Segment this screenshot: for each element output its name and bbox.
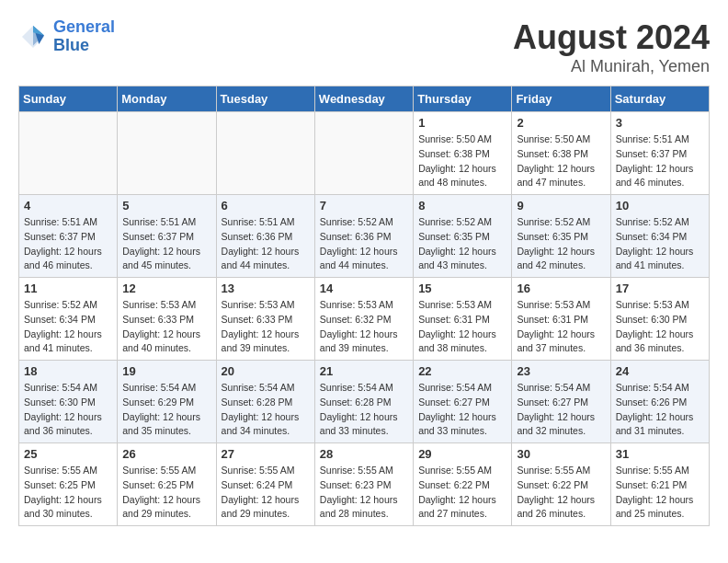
day-info: Sunrise: 5:52 AM Sunset: 6:34 PM Dayligh…: [616, 215, 704, 273]
title-area: August 2024 Al Munirah, Yemen: [513, 18, 710, 76]
day-number: 28: [320, 447, 408, 461]
day-info: Sunrise: 5:53 AM Sunset: 6:33 PM Dayligh…: [222, 298, 310, 356]
calendar-cell: 31Sunrise: 5:55 AM Sunset: 6:21 PM Dayli…: [610, 443, 709, 526]
calendar-cell: 11Sunrise: 5:52 AM Sunset: 6:34 PM Dayli…: [19, 278, 118, 361]
calendar-cell: 12Sunrise: 5:53 AM Sunset: 6:33 PM Dayli…: [118, 278, 216, 361]
day-info: Sunrise: 5:55 AM Sunset: 6:22 PM Dayligh…: [418, 464, 506, 522]
calendar-cell: 1Sunrise: 5:50 AM Sunset: 6:38 PM Daylig…: [414, 112, 512, 195]
calendar-cell: 3Sunrise: 5:51 AM Sunset: 6:37 PM Daylig…: [610, 112, 709, 195]
calendar-cell: 9Sunrise: 5:52 AM Sunset: 6:35 PM Daylig…: [512, 195, 610, 278]
logo-text: GeneralBlue: [53, 18, 115, 55]
calendar-cell: 22Sunrise: 5:54 AM Sunset: 6:27 PM Dayli…: [414, 361, 512, 443]
month-year-title: August 2024: [513, 18, 710, 57]
day-number: 3: [616, 116, 704, 130]
day-number: 16: [517, 282, 605, 295]
calendar-cell: 30Sunrise: 5:55 AM Sunset: 6:22 PM Dayli…: [512, 443, 610, 526]
day-number: 11: [24, 282, 112, 295]
day-info: Sunrise: 5:55 AM Sunset: 6:25 PM Dayligh…: [122, 464, 210, 522]
day-number: 7: [320, 199, 408, 213]
day-number: 17: [616, 282, 704, 295]
day-info: Sunrise: 5:52 AM Sunset: 6:35 PM Dayligh…: [517, 215, 605, 273]
calendar-cell: [314, 112, 413, 195]
weekday-header-monday: Monday: [118, 86, 216, 112]
weekday-header-sunday: Sunday: [19, 86, 118, 112]
weekday-header-thursday: Thursday: [414, 86, 512, 112]
logo-icon: [18, 22, 48, 52]
calendar-cell: 4Sunrise: 5:51 AM Sunset: 6:37 PM Daylig…: [19, 195, 118, 278]
day-number: 22: [418, 364, 506, 378]
day-info: Sunrise: 5:54 AM Sunset: 6:27 PM Dayligh…: [517, 381, 605, 439]
day-info: Sunrise: 5:55 AM Sunset: 6:24 PM Dayligh…: [222, 464, 310, 522]
calendar-cell: 26Sunrise: 5:55 AM Sunset: 6:25 PM Dayli…: [118, 443, 216, 526]
day-info: Sunrise: 5:51 AM Sunset: 6:36 PM Dayligh…: [222, 215, 310, 273]
day-number: 1: [418, 116, 506, 130]
day-info: Sunrise: 5:53 AM Sunset: 6:30 PM Dayligh…: [616, 298, 704, 356]
calendar-cell: 23Sunrise: 5:54 AM Sunset: 6:27 PM Dayli…: [512, 361, 610, 443]
day-info: Sunrise: 5:51 AM Sunset: 6:37 PM Dayligh…: [24, 215, 112, 273]
calendar-cell: 7Sunrise: 5:52 AM Sunset: 6:36 PM Daylig…: [314, 195, 413, 278]
day-number: 2: [517, 116, 605, 130]
location-subtitle: Al Munirah, Yemen: [513, 57, 710, 76]
day-number: 5: [122, 199, 210, 213]
calendar-cell: [19, 112, 118, 195]
calendar-cell: 25Sunrise: 5:55 AM Sunset: 6:25 PM Dayli…: [19, 443, 118, 526]
day-info: Sunrise: 5:53 AM Sunset: 6:32 PM Dayligh…: [320, 298, 408, 356]
day-number: 10: [616, 199, 704, 213]
day-info: Sunrise: 5:54 AM Sunset: 6:27 PM Dayligh…: [418, 381, 506, 439]
calendar-cell: 27Sunrise: 5:55 AM Sunset: 6:24 PM Dayli…: [216, 443, 314, 526]
calendar-cell: 24Sunrise: 5:54 AM Sunset: 6:26 PM Dayli…: [610, 361, 709, 443]
calendar-week-1: 1Sunrise: 5:50 AM Sunset: 6:38 PM Daylig…: [19, 112, 710, 195]
day-info: Sunrise: 5:50 AM Sunset: 6:38 PM Dayligh…: [418, 132, 506, 190]
calendar-header-row: SundayMondayTuesdayWednesdayThursdayFrid…: [19, 86, 710, 112]
calendar-week-5: 25Sunrise: 5:55 AM Sunset: 6:25 PM Dayli…: [19, 443, 710, 526]
day-info: Sunrise: 5:52 AM Sunset: 6:34 PM Dayligh…: [24, 298, 112, 356]
calendar-table: SundayMondayTuesdayWednesdayThursdayFrid…: [18, 86, 710, 526]
day-number: 21: [320, 364, 408, 378]
day-number: 27: [222, 447, 310, 461]
day-info: Sunrise: 5:53 AM Sunset: 6:31 PM Dayligh…: [418, 298, 506, 356]
day-number: 6: [222, 199, 310, 213]
day-number: 25: [24, 447, 112, 461]
weekday-header-friday: Friday: [512, 86, 610, 112]
day-info: Sunrise: 5:51 AM Sunset: 6:37 PM Dayligh…: [616, 132, 704, 190]
day-number: 30: [517, 447, 605, 461]
calendar-cell: 5Sunrise: 5:51 AM Sunset: 6:37 PM Daylig…: [118, 195, 216, 278]
calendar-body: 1Sunrise: 5:50 AM Sunset: 6:38 PM Daylig…: [19, 112, 710, 526]
day-number: 13: [222, 282, 310, 295]
day-info: Sunrise: 5:54 AM Sunset: 6:30 PM Dayligh…: [24, 381, 112, 439]
day-info: Sunrise: 5:54 AM Sunset: 6:29 PM Dayligh…: [122, 381, 210, 439]
page-header: GeneralBlue August 2024 Al Munirah, Yeme…: [18, 18, 710, 76]
day-info: Sunrise: 5:52 AM Sunset: 6:36 PM Dayligh…: [320, 215, 408, 273]
day-number: 9: [517, 199, 605, 213]
calendar-cell: [118, 112, 216, 195]
calendar-week-2: 4Sunrise: 5:51 AM Sunset: 6:37 PM Daylig…: [19, 195, 710, 278]
day-number: 24: [616, 364, 704, 378]
calendar-cell: 2Sunrise: 5:50 AM Sunset: 6:38 PM Daylig…: [512, 112, 610, 195]
calendar-week-3: 11Sunrise: 5:52 AM Sunset: 6:34 PM Dayli…: [19, 278, 710, 361]
calendar-cell: 6Sunrise: 5:51 AM Sunset: 6:36 PM Daylig…: [216, 195, 314, 278]
day-number: 19: [122, 364, 210, 378]
calendar-cell: 8Sunrise: 5:52 AM Sunset: 6:35 PM Daylig…: [414, 195, 512, 278]
calendar-cell: [216, 112, 314, 195]
day-info: Sunrise: 5:55 AM Sunset: 6:22 PM Dayligh…: [517, 464, 605, 522]
calendar-cell: 16Sunrise: 5:53 AM Sunset: 6:31 PM Dayli…: [512, 278, 610, 361]
day-info: Sunrise: 5:55 AM Sunset: 6:23 PM Dayligh…: [320, 464, 408, 522]
weekday-header-saturday: Saturday: [610, 86, 709, 112]
day-number: 26: [122, 447, 210, 461]
day-info: Sunrise: 5:53 AM Sunset: 6:33 PM Dayligh…: [122, 298, 210, 356]
calendar-cell: 13Sunrise: 5:53 AM Sunset: 6:33 PM Dayli…: [216, 278, 314, 361]
day-info: Sunrise: 5:55 AM Sunset: 6:25 PM Dayligh…: [24, 464, 112, 522]
day-number: 12: [122, 282, 210, 295]
calendar-cell: 21Sunrise: 5:54 AM Sunset: 6:28 PM Dayli…: [314, 361, 413, 443]
calendar-cell: 19Sunrise: 5:54 AM Sunset: 6:29 PM Dayli…: [118, 361, 216, 443]
day-number: 18: [24, 364, 112, 378]
day-number: 23: [517, 364, 605, 378]
day-number: 14: [320, 282, 408, 295]
day-info: Sunrise: 5:51 AM Sunset: 6:37 PM Dayligh…: [122, 215, 210, 273]
calendar-cell: 10Sunrise: 5:52 AM Sunset: 6:34 PM Dayli…: [610, 195, 709, 278]
day-info: Sunrise: 5:54 AM Sunset: 6:26 PM Dayligh…: [616, 381, 704, 439]
calendar-cell: 29Sunrise: 5:55 AM Sunset: 6:22 PM Dayli…: [414, 443, 512, 526]
day-number: 31: [616, 447, 704, 461]
logo: GeneralBlue: [18, 18, 115, 55]
weekday-header-wednesday: Wednesday: [314, 86, 413, 112]
